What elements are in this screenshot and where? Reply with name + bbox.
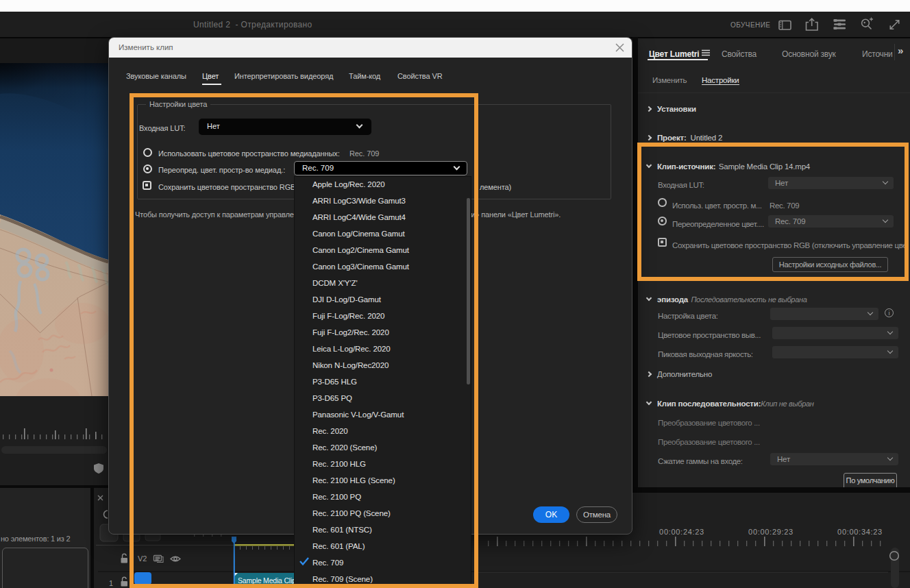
svg-text:00:00:34:23: 00:00:34:23 — [837, 528, 883, 536]
svg-text:00:00:24:23: 00:00:24:23 — [659, 528, 704, 536]
svg-text:00:00:29:23: 00:00:29:23 — [748, 528, 794, 536]
svg-text:1: 1 — [109, 579, 113, 587]
